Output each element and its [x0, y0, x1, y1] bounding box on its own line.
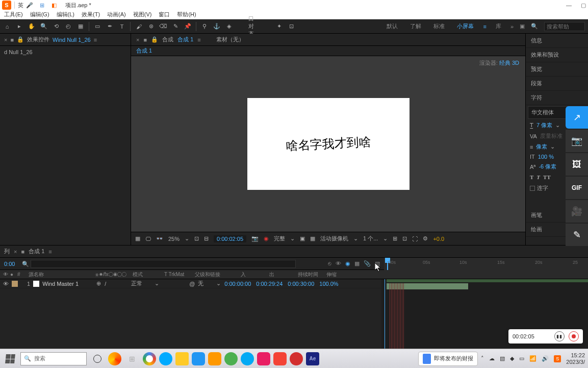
ime-grid-icon[interactable]: ⊞: [38, 1, 46, 9]
workspace-small[interactable]: 小屏幕: [454, 22, 477, 30]
app-icon-5[interactable]: [273, 352, 287, 365]
menu-item[interactable]: 窗口: [159, 11, 170, 18]
transparency-icon[interactable]: ▦: [310, 235, 315, 242]
chevron-down-icon[interactable]: ⌄: [550, 143, 555, 150]
tray-ime-icon[interactable]: S: [554, 355, 561, 362]
composition-viewer[interactable]: 渲染器: 经典 3D 啥名字我才到啥: [131, 56, 525, 232]
record-pause-button[interactable]: ▮▮: [554, 331, 565, 341]
layer-parent[interactable]: 无: [198, 280, 213, 287]
wand-tool-icon[interactable]: ✦: [275, 22, 283, 31]
layer-keyframes[interactable]: [390, 283, 405, 359]
preview-panel-header[interactable]: 预览: [526, 62, 588, 77]
menu-item[interactable]: 编辑(L): [57, 11, 74, 18]
workspace-default[interactable]: 默认: [384, 22, 401, 30]
tray-app2-icon[interactable]: ◆: [510, 355, 514, 362]
tray-up-icon[interactable]: ˄: [481, 355, 484, 362]
info-panel-header[interactable]: 信息: [526, 34, 588, 48]
playhead-line[interactable]: [385, 279, 385, 359]
comp-tab-menu-icon[interactable]: ≡: [197, 37, 200, 43]
timeline-current-time[interactable]: 0:00: [0, 261, 19, 267]
orbit-tool-icon[interactable]: ⟲: [52, 22, 60, 31]
workspace-standard[interactable]: 标准: [430, 22, 448, 30]
tl-draft3d-icon[interactable]: ▧: [375, 260, 380, 267]
edge-icon[interactable]: [143, 352, 156, 365]
layer-out[interactable]: 0:00:29:24: [256, 281, 285, 287]
renderer-value[interactable]: 经典 3D: [499, 60, 519, 66]
layer-switch1-icon[interactable]: ⊕: [96, 280, 101, 287]
dell-icon[interactable]: [159, 352, 172, 365]
layer-name[interactable]: Wind Master 1: [42, 281, 93, 287]
comp-tab-lock-icon[interactable]: 🔒: [151, 36, 158, 43]
workspace-more-icon[interactable]: »: [510, 23, 514, 30]
timeline-close-icon[interactable]: ×: [14, 249, 17, 255]
panel-close-icon[interactable]: ×: [4, 37, 7, 43]
screenshot-button-icon[interactable]: 📷: [566, 130, 588, 152]
timeline-menu-icon[interactable]: ≡: [48, 249, 52, 255]
layer-switch2-icon[interactable]: /: [105, 281, 128, 287]
tray-app1-icon[interactable]: ▧: [500, 355, 505, 362]
tl-shy-icon[interactable]: 👁: [336, 260, 341, 267]
zoom-tool-icon[interactable]: 🔍: [40, 22, 48, 31]
timeline-layer-row[interactable]: 👁 1 Wind Master 1 ⊕ / 正常 ⌄ @ 无 ⌄ 0:00:00…: [0, 279, 381, 288]
leading-value[interactable]: 像素: [536, 143, 547, 151]
tray-onedrive-icon[interactable]: ☁: [489, 355, 495, 362]
record-stop-button[interactable]: [569, 331, 579, 341]
text-tool-icon[interactable]: T: [118, 22, 126, 31]
timeline-track-area[interactable]: [381, 279, 588, 359]
snapshot-icon[interactable]: 📷: [251, 235, 259, 242]
image-button-icon[interactable]: 🖼: [566, 153, 588, 176]
camera-tool-icon[interactable]: ▦: [76, 22, 85, 31]
ime-speech-icon[interactable]: 🎤: [25, 1, 34, 9]
col-av-icon[interactable]: 👁: [0, 272, 7, 277]
after-effects-icon[interactable]: Ae: [306, 352, 319, 365]
gif-button-icon[interactable]: GIF: [566, 177, 588, 199]
snap-toggle-icon[interactable]: 口 对齐: [248, 22, 257, 31]
panel-tab-target[interactable]: Wind Null 1_26: [53, 37, 91, 43]
zoom-value[interactable]: 25%: [168, 236, 180, 242]
view-opt2-icon[interactable]: ⊡: [402, 235, 407, 242]
footage-tab[interactable]: 素材（无）: [216, 36, 244, 43]
tray-volume-icon[interactable]: 🔊: [542, 355, 549, 362]
current-timecode[interactable]: 0:00:02:05: [214, 235, 246, 242]
firefox-icon[interactable]: [108, 352, 121, 365]
app-icon-3[interactable]: [241, 352, 254, 365]
timeline-tab-queue[interactable]: 列: [4, 248, 10, 255]
window-max-icon[interactable]: ▢: [581, 2, 586, 9]
tl-opt1-icon[interactable]: ⎋: [328, 260, 331, 267]
layer-stretch[interactable]: 100.0%: [319, 281, 342, 287]
layer-color-swatch[interactable]: [12, 281, 18, 287]
chevron-down-icon[interactable]: ⌄: [555, 122, 560, 129]
selection-tool-icon[interactable]: ▸: [15, 22, 23, 31]
cam-chevron-icon[interactable]: ⌄: [353, 235, 358, 242]
comp-tab-close-icon[interactable]: ×: [136, 37, 139, 43]
parent-pickwhip-icon[interactable]: @: [189, 281, 195, 287]
anchor-tool-icon[interactable]: ⚓: [213, 22, 221, 31]
home-tool-icon[interactable]: ⌂: [3, 22, 11, 31]
start-button[interactable]: [3, 352, 17, 366]
parent-chevron-icon[interactable]: ⌄: [216, 280, 221, 287]
italic-button[interactable]: T: [536, 174, 540, 180]
view-chevron-icon[interactable]: ⌄: [383, 235, 388, 242]
comp-tab-name[interactable]: 合成 1: [177, 36, 193, 43]
share-button-icon[interactable]: ↗: [566, 106, 588, 129]
exposure-value[interactable]: +0.0: [433, 236, 444, 242]
time-ruler[interactable]: :00s 05s 10s 15s 20s 25: [384, 258, 588, 270]
app-icon-4[interactable]: [257, 352, 270, 365]
app-icon-1[interactable]: [192, 352, 205, 365]
cortana-icon[interactable]: [90, 351, 105, 366]
canvas[interactable]: 啥名字我才到啥: [247, 98, 410, 190]
help-search-input[interactable]: [544, 22, 585, 31]
allcaps-button[interactable]: TT: [543, 174, 551, 180]
wechat-icon[interactable]: [224, 352, 238, 365]
liga-checkbox[interactable]: [530, 186, 535, 191]
app-icon-2[interactable]: [208, 352, 221, 365]
timeline-tab-comp[interactable]: 合成 1: [29, 248, 44, 255]
pen-tool-icon[interactable]: ✒: [106, 22, 114, 31]
tl-graph-icon[interactable]: 📎: [364, 260, 371, 267]
puppet-tool-icon[interactable]: ⚲: [200, 22, 209, 31]
taskbar-search[interactable]: 🔍 搜索: [20, 352, 87, 365]
zoom-chevron-icon[interactable]: ⌄: [185, 235, 189, 242]
view-opt1-icon[interactable]: ⊞: [393, 235, 397, 242]
bold-button[interactable]: T: [530, 174, 533, 180]
comp-breadcrumb[interactable]: 合成 1: [136, 47, 152, 54]
